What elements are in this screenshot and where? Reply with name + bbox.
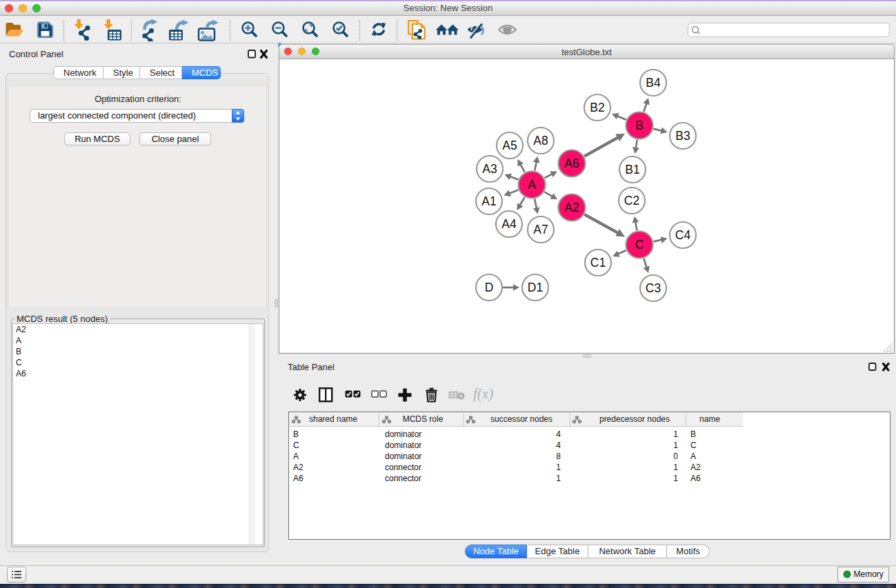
svg-text:B2: B2	[590, 101, 604, 114]
svg-text:A: A	[528, 178, 536, 192]
svg-text:A3: A3	[482, 162, 497, 176]
svg-text:C1: C1	[590, 256, 606, 270]
svg-text:A7: A7	[533, 223, 548, 236]
svg-text:D: D	[485, 281, 494, 294]
svg-text:A8: A8	[533, 134, 548, 148]
svg-text:C: C	[635, 238, 644, 252]
svg-text:B3: B3	[675, 129, 690, 143]
svg-text:C3: C3	[646, 281, 661, 295]
svg-text:D1: D1	[528, 281, 543, 294]
svg-text:A6: A6	[564, 156, 579, 170]
svg-text:B4: B4	[646, 76, 661, 90]
svg-text:C2: C2	[624, 194, 639, 207]
svg-text:C4: C4	[675, 228, 691, 242]
svg-text:A2: A2	[564, 201, 579, 214]
svg-text:B1: B1	[625, 163, 639, 176]
svg-text:A4: A4	[501, 217, 517, 231]
svg-text:A1: A1	[481, 194, 496, 208]
svg-text:A5: A5	[502, 139, 517, 152]
svg-text:B: B	[635, 119, 644, 132]
